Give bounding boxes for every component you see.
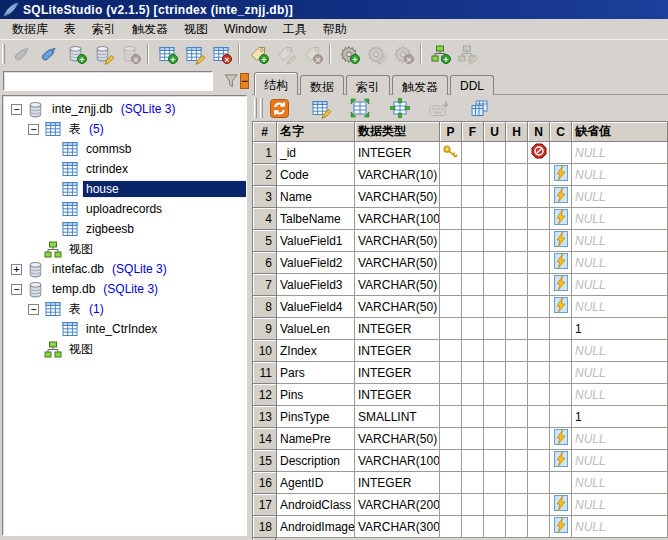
cell-name[interactable]: ValueField2 (277, 252, 355, 274)
drop-table-button[interactable]: × (207, 42, 234, 66)
cell-default-value[interactable]: NULL (572, 494, 668, 516)
cell-collate[interactable] (550, 494, 572, 516)
cell-name[interactable]: Pars (277, 362, 355, 384)
cell-hidden[interactable] (506, 142, 528, 164)
cell-primary-key[interactable] (440, 296, 462, 318)
cell-row-number[interactable]: 2 (253, 164, 277, 186)
tree-item-uploadrecords[interactable]: uploadrecords (5, 199, 246, 219)
cell-name[interactable]: _id (277, 142, 355, 164)
cell-row-number[interactable]: 11 (253, 362, 277, 384)
cell-default-value[interactable]: NULL (572, 362, 668, 384)
refresh-structure-button[interactable] (266, 96, 293, 120)
menu-index[interactable]: 索引 (84, 19, 124, 40)
cell-name[interactable]: ValueLen (277, 318, 355, 340)
cell-hidden[interactable] (506, 208, 528, 230)
cell-not-null[interactable] (528, 164, 550, 186)
cell-unique[interactable] (484, 406, 506, 428)
cell-primary-key[interactable] (440, 428, 462, 450)
edit-database-button[interactable] (89, 42, 116, 66)
insert-column-button[interactable] (386, 96, 413, 120)
column-header-f[interactable]: F (462, 122, 484, 142)
cell-name[interactable]: ValueField1 (277, 230, 355, 252)
cell-default-value[interactable]: NULL (572, 516, 668, 538)
cell-not-null[interactable] (528, 450, 550, 472)
cell-collate[interactable] (550, 296, 572, 318)
cell-datatype[interactable]: VARCHAR(50) (355, 186, 440, 208)
cell-unique[interactable] (484, 208, 506, 230)
cell-row-number[interactable]: 14 (253, 428, 277, 450)
add-column-button[interactable] (346, 96, 373, 120)
cell-primary-key[interactable] (440, 384, 462, 406)
cell-foreign-key[interactable] (462, 362, 484, 384)
cell-name[interactable]: TalbeName (277, 208, 355, 230)
cell-not-null[interactable] (528, 428, 550, 450)
filter-funnel-button[interactable]: − (223, 69, 249, 93)
cell-unique[interactable] (484, 252, 506, 274)
cell-default-value[interactable]: NULL (572, 450, 668, 472)
cell-datatype[interactable]: SMALLINT (355, 406, 440, 428)
structure-toolbar-grip[interactable] (260, 98, 263, 118)
tab-ddl[interactable]: DDL (450, 75, 494, 95)
cell-collate[interactable] (550, 516, 572, 538)
cell-datatype[interactable]: VARCHAR(50) (355, 274, 440, 296)
cell-default-value[interactable]: NULL (572, 472, 668, 494)
cell-row-number[interactable]: 18 (253, 516, 277, 538)
cell-collate[interactable] (550, 428, 572, 450)
new-table-button[interactable]: + (153, 42, 180, 66)
cell-primary-key[interactable] (440, 142, 462, 164)
cell-row-number[interactable]: 6 (253, 252, 277, 274)
cell-row-number[interactable]: 4 (253, 208, 277, 230)
cell-default-value[interactable]: NULL (572, 230, 668, 252)
cell-hidden[interactable] (506, 296, 528, 318)
cell-primary-key[interactable] (440, 274, 462, 296)
cell-default-value[interactable]: NULL (572, 252, 668, 274)
cell-foreign-key[interactable] (462, 318, 484, 340)
cell-row-number[interactable]: 17 (253, 494, 277, 516)
cell-default-value[interactable]: NULL (572, 186, 668, 208)
structure-toolbar-grip[interactable] (254, 98, 257, 118)
cell-default-value[interactable]: NULL (572, 384, 668, 406)
tree-item-intefac-db[interactable]: +intefac.db(SQLite 3) (5, 259, 246, 279)
cell-row-number[interactable]: 8 (253, 296, 277, 318)
column-header-u[interactable]: U (484, 122, 506, 142)
column-header-datatype[interactable]: 数据类型 (355, 122, 440, 142)
cell-row-number[interactable]: 10 (253, 340, 277, 362)
cell-primary-key[interactable] (440, 318, 462, 340)
cell-primary-key[interactable] (440, 450, 462, 472)
expand-icon[interactable]: + (11, 264, 22, 275)
tab-data[interactable]: 数据 (300, 75, 344, 95)
tab-indexes[interactable]: 索引 (346, 75, 390, 95)
cell-collate[interactable] (550, 406, 572, 428)
add-database-button[interactable]: + (62, 42, 89, 66)
cell-datatype[interactable]: VARCHAR(100) (355, 450, 440, 472)
cell-name[interactable]: Pins (277, 384, 355, 406)
cell-not-null[interactable] (528, 362, 550, 384)
cell-foreign-key[interactable] (462, 340, 484, 362)
cell-hidden[interactable] (506, 340, 528, 362)
cell-datatype[interactable]: INTEGER (355, 472, 440, 494)
cell-datatype[interactable]: INTEGER (355, 142, 440, 164)
cell-hidden[interactable] (506, 428, 528, 450)
cell-primary-key[interactable] (440, 230, 462, 252)
cell-datatype[interactable]: INTEGER (355, 340, 440, 362)
cell-name[interactable]: ZIndex (277, 340, 355, 362)
tree-item-inte_znjj-db[interactable]: −inte_znjj.db(SQLite 3) (5, 99, 246, 119)
cell-name[interactable]: AndroidImage (277, 516, 355, 538)
cell-name[interactable]: PinsType (277, 406, 355, 428)
cell-row-number[interactable]: 13 (253, 406, 277, 428)
cell-not-null[interactable] (528, 406, 550, 428)
cell-datatype[interactable]: VARCHAR(100) (355, 208, 440, 230)
cell-name[interactable]: Description (277, 450, 355, 472)
cell-row-number[interactable]: 5 (253, 230, 277, 252)
cell-hidden[interactable] (506, 252, 528, 274)
cell-foreign-key[interactable] (462, 384, 484, 406)
tree-item--[interactable]: 视图 (5, 239, 246, 259)
cell-not-null[interactable] (528, 516, 550, 538)
cell-name[interactable]: Name (277, 186, 355, 208)
cell-name[interactable]: AndroidClass (277, 494, 355, 516)
cell-collate[interactable] (550, 274, 572, 296)
cell-foreign-key[interactable] (462, 428, 484, 450)
tree-item--[interactable]: 视图 (5, 339, 246, 359)
cell-primary-key[interactable] (440, 186, 462, 208)
column-header-c[interactable]: C (550, 122, 572, 142)
